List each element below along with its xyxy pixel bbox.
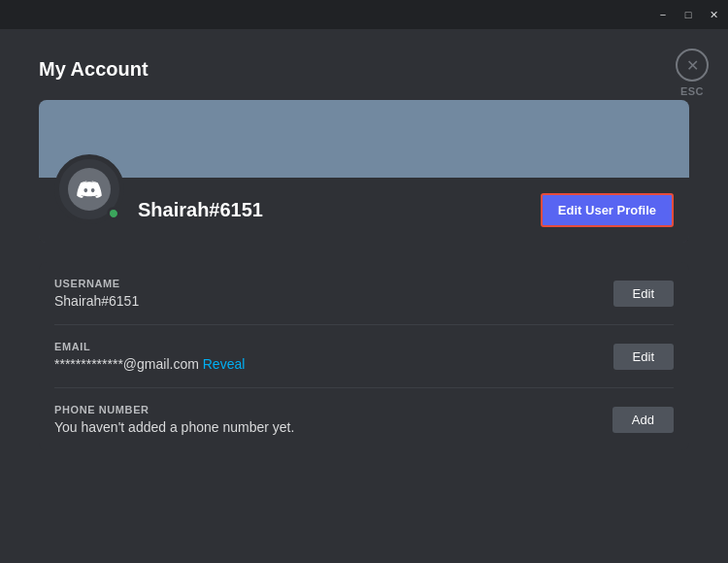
esc-label: ESC (680, 85, 704, 97)
username-value: Shairah#6151 (54, 293, 613, 309)
username-edit-button[interactable]: Edit (613, 281, 674, 307)
profile-info: Shairah#6151 Edit User Profile (39, 178, 689, 243)
app-window: − □ ✕ My Account Sh (0, 0, 728, 563)
email-label: EMAIL (54, 341, 613, 352)
profile-card: Shairah#6151 Edit User Profile (39, 100, 689, 243)
discord-logo-icon (68, 168, 111, 211)
username-display: Shairah#6151 (138, 183, 527, 221)
page-title: My Account (39, 58, 689, 81)
edit-profile-button[interactable]: Edit User Profile (541, 193, 674, 227)
email-value: *************@gmail.com Reveal (54, 356, 613, 372)
phone-field: PHONE NUMBER You haven't added a phone n… (54, 404, 612, 435)
email-row: EMAIL *************@gmail.com Reveal Edi… (54, 325, 674, 388)
info-sections: USERNAME Shairah#6151 Edit EMAIL *******… (39, 262, 689, 450)
esc-button[interactable]: ✕ ESC (676, 49, 709, 97)
phone-add-button[interactable]: Add (612, 407, 674, 433)
username-label: USERNAME (54, 278, 613, 289)
titlebar: − □ ✕ (0, 0, 728, 29)
email-edit-button[interactable]: Edit (613, 344, 674, 370)
online-status-dot (107, 207, 120, 220)
close-button[interactable]: ✕ (707, 8, 720, 21)
phone-row: PHONE NUMBER You haven't added a phone n… (54, 388, 674, 450)
username-row: USERNAME Shairah#6151 Edit (54, 262, 674, 325)
minimize-button[interactable]: − (656, 8, 670, 21)
maximize-button[interactable]: □ (681, 8, 695, 21)
email-field: EMAIL *************@gmail.com Reveal (54, 341, 613, 372)
email-masked: *************@gmail.com (54, 356, 199, 372)
username-field: USERNAME Shairah#6151 (54, 278, 613, 309)
phone-value: You haven't added a phone number yet. (54, 419, 612, 435)
main-content: My Account Shairah#6151 Edit User Profi (0, 29, 728, 563)
avatar-wrapper (54, 154, 124, 224)
esc-circle: ✕ (676, 49, 709, 82)
reveal-email-link[interactable]: Reveal (203, 356, 246, 372)
phone-label: PHONE NUMBER (54, 404, 612, 415)
profile-banner (39, 100, 689, 178)
